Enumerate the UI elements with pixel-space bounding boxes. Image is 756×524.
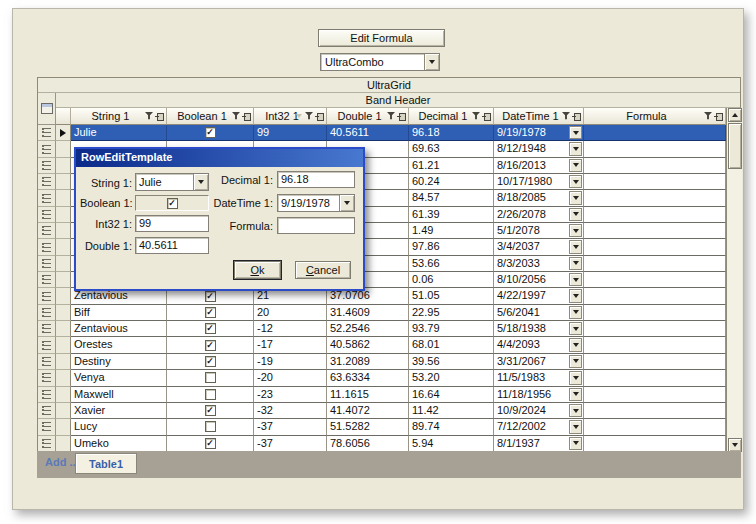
cell-boolean1[interactable]: ✓: [167, 436, 254, 452]
cell-formula[interactable]: [584, 141, 726, 157]
row-edit-button[interactable]: [38, 370, 56, 386]
cell-formula[interactable]: [584, 158, 726, 174]
grid-row[interactable]: Orestes✓-1740.586268.014/4/2093: [38, 337, 726, 353]
row-edit-button[interactable]: [38, 174, 56, 190]
column-header-decimal1[interactable]: Decimal 1: [409, 108, 494, 125]
date-dropdown-button[interactable]: [569, 142, 582, 155]
row-edit-button[interactable]: [38, 337, 56, 353]
date-dropdown-button[interactable]: [569, 437, 582, 450]
cell-decimal1[interactable]: 97.86: [409, 239, 494, 255]
cell-datetime1[interactable]: 5/18/1938: [494, 321, 584, 337]
datetime1-combo[interactable]: 9/19/1978: [277, 194, 355, 212]
cell-formula[interactable]: [584, 321, 726, 337]
cell-int321[interactable]: -23: [254, 387, 327, 403]
filter-funnel-icon[interactable]: [562, 112, 570, 120]
date-dropdown-button[interactable]: [569, 355, 582, 368]
date-dropdown-button[interactable]: [569, 371, 582, 384]
date-dropdown-button[interactable]: [569, 224, 582, 237]
cell-string1[interactable]: Orestes: [71, 337, 167, 353]
cell-decimal1[interactable]: 84.57: [409, 190, 494, 206]
grid-row[interactable]: Umeko✓-3778.60565.948/1/1937: [38, 436, 726, 452]
cell-formula[interactable]: [584, 387, 726, 403]
grid-corner-cell[interactable]: [38, 93, 56, 125]
checkbox[interactable]: ✓: [205, 291, 216, 302]
date-dropdown-button[interactable]: [569, 240, 582, 253]
cell-double1[interactable]: 51.5282: [327, 419, 409, 435]
cell-int321[interactable]: -32: [254, 403, 327, 419]
scroll-up-button[interactable]: [728, 108, 742, 122]
checkbox[interactable]: ✓: [205, 405, 216, 416]
row-edit-button[interactable]: [38, 190, 56, 206]
cell-datetime1[interactable]: 4/22/1997: [494, 288, 584, 304]
cell-string1[interactable]: Umeko: [71, 436, 167, 452]
grid-row[interactable]: Xavier✓-3241.407211.4210/9/2024: [38, 403, 726, 419]
double1-field[interactable]: 40.5611: [135, 237, 209, 254]
row-selector[interactable]: [56, 174, 71, 190]
date-dropdown-button[interactable]: [569, 338, 582, 351]
ok-button[interactable]: Ok: [234, 261, 281, 279]
cell-formula[interactable]: [584, 190, 726, 206]
cell-boolean1[interactable]: [167, 370, 254, 386]
cell-datetime1[interactable]: 7/12/2002: [494, 419, 584, 435]
string1-drop-button[interactable]: [193, 174, 208, 190]
row-edit-button[interactable]: [38, 436, 56, 452]
date-dropdown-button[interactable]: [569, 420, 582, 433]
row-edit-button[interactable]: [38, 305, 56, 321]
row-selector[interactable]: [56, 288, 71, 304]
cell-double1[interactable]: 78.6056: [327, 436, 409, 452]
row-selector[interactable]: [56, 403, 71, 419]
row-selector[interactable]: [56, 256, 71, 272]
column-header-string1[interactable]: String 1: [71, 108, 167, 125]
cell-string1[interactable]: Destiny: [71, 354, 167, 370]
cell-string1[interactable]: Lucy: [71, 419, 167, 435]
cell-datetime1[interactable]: 8/10/2056: [494, 272, 584, 288]
date-dropdown-button[interactable]: [569, 126, 582, 139]
cell-string1[interactable]: Venya: [71, 370, 167, 386]
row-edit-button[interactable]: [38, 256, 56, 272]
dialog-titlebar[interactable]: RowEditTemplate: [76, 149, 363, 167]
cell-decimal1[interactable]: 60.24: [409, 174, 494, 190]
cell-decimal1[interactable]: 39.56: [409, 354, 494, 370]
row-selector[interactable]: [56, 370, 71, 386]
date-dropdown-button[interactable]: [569, 159, 582, 172]
cell-decimal1[interactable]: 53.20: [409, 370, 494, 386]
datetime1-drop-button[interactable]: [339, 195, 354, 211]
edit-formula-button[interactable]: Edit Formula: [318, 29, 445, 47]
date-dropdown-button[interactable]: [569, 289, 582, 302]
cell-decimal1[interactable]: 0.06: [409, 272, 494, 288]
cell-datetime1[interactable]: 8/3/2033: [494, 256, 584, 272]
cell-formula[interactable]: [584, 354, 726, 370]
checkbox[interactable]: ✓: [205, 307, 216, 318]
pin-icon[interactable]: [714, 112, 723, 120]
cell-decimal1[interactable]: 11.42: [409, 403, 494, 419]
cell-string1[interactable]: Biff: [71, 305, 167, 321]
cell-boolean1[interactable]: ✓: [167, 403, 254, 419]
grid-row[interactable]: Lucy-3751.528289.747/12/2002: [38, 419, 726, 435]
row-selector[interactable]: [56, 141, 71, 157]
cell-int321[interactable]: -37: [254, 419, 327, 435]
cell-formula[interactable]: [584, 223, 726, 239]
cell-datetime1[interactable]: 5/6/2041: [494, 305, 584, 321]
cell-boolean1[interactable]: [167, 387, 254, 403]
cell-decimal1[interactable]: 16.64: [409, 387, 494, 403]
row-selector[interactable]: [56, 207, 71, 223]
scrollbar-thumb[interactable]: [728, 123, 742, 169]
cell-datetime1[interactable]: 4/4/2093: [494, 337, 584, 353]
cell-double1[interactable]: 40.5862: [327, 337, 409, 353]
formula-field[interactable]: [277, 217, 355, 234]
decimal1-field[interactable]: 96.18: [277, 171, 355, 188]
cell-datetime1[interactable]: 8/16/2013: [494, 158, 584, 174]
row-selector[interactable]: [56, 436, 71, 452]
cell-formula[interactable]: [584, 272, 726, 288]
cell-double1[interactable]: 31.4609: [327, 305, 409, 321]
row-selector[interactable]: [56, 223, 71, 239]
checkbox[interactable]: [205, 372, 216, 383]
cell-decimal1[interactable]: 53.66: [409, 256, 494, 272]
row-edit-button[interactable]: [38, 272, 56, 288]
cell-decimal1[interactable]: 5.94: [409, 436, 494, 452]
scroll-down-button[interactable]: [728, 438, 742, 452]
cell-boolean1[interactable]: ✓: [167, 305, 254, 321]
pin-icon[interactable]: [315, 112, 324, 120]
cell-decimal1[interactable]: 69.63: [409, 141, 494, 157]
string1-combo[interactable]: Julie: [135, 173, 209, 191]
